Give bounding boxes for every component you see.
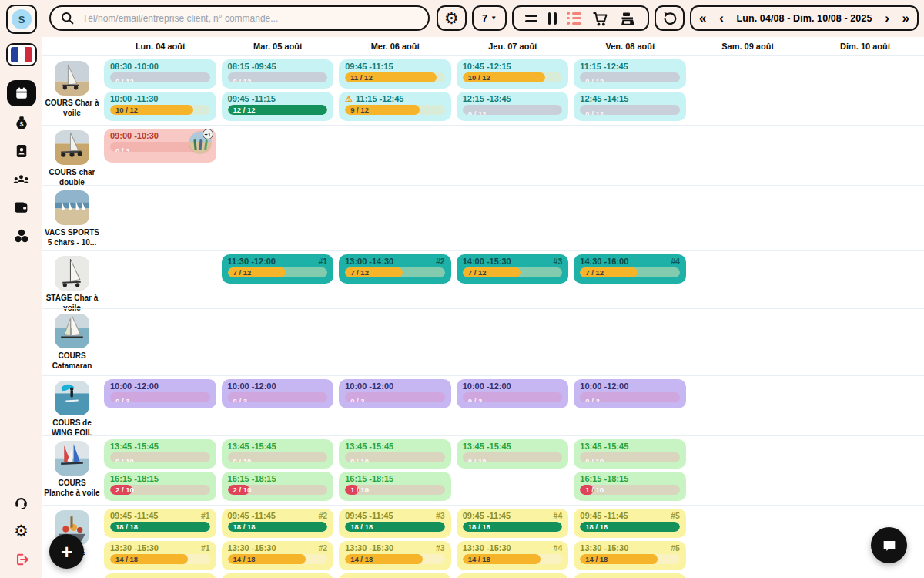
resource-cell[interactable]: COURS Char à voile (42, 61, 102, 118)
sidebar-item-settings[interactable]: ⚙ (0, 523, 42, 539)
capacity-bar: 0 / 10 (110, 452, 210, 462)
slot-card[interactable]: 13:45 -15:450 / 10 (574, 439, 686, 469)
slot-card[interactable] (339, 573, 451, 578)
slot-index-tag: #1 (201, 511, 210, 520)
search-input[interactable] (81, 12, 419, 25)
sidebar-item-groups[interactable] (0, 171, 42, 189)
slot-card[interactable]: 09:45 -11:45#518 / 18 (574, 509, 686, 538)
slot-card[interactable]: 12:15 -13:450 / 12 (457, 92, 569, 121)
next-week-icon[interactable]: » (902, 12, 909, 25)
slot-card[interactable]: 10:00 -12:000 / 3 (222, 379, 334, 408)
cart-icon[interactable] (591, 10, 608, 27)
capacity-fill: 10 / 12 (463, 72, 546, 82)
slot-card[interactable]: 13:45 -15:450 / 10 (104, 439, 216, 469)
slot-count: 14 / 18 (345, 555, 373, 563)
slot-card[interactable]: 13:30 -15:30#514 / 18 (574, 541, 686, 570)
next-day-icon[interactable]: › (885, 12, 889, 25)
sidebar-item-calendar[interactable] (0, 80, 42, 106)
slot-card[interactable]: 09:45 -11:45#118 / 18 (104, 509, 216, 538)
slot-card[interactable]: 10:00 -12:000 / 3 (339, 379, 451, 408)
slot-card[interactable]: 10:00 -12:000 / 3 (104, 379, 216, 408)
extra-resource-badge[interactable]: +1 (189, 132, 211, 153)
resource-row-cours-char: COURS Char à voile08:30 -10:000 / 1210:0… (42, 55, 924, 125)
slot-count: 9 / 12 (345, 106, 369, 114)
slot-count: 10 / 12 (463, 73, 490, 82)
slot-card[interactable]: 14:30 -16:00#47 / 12 (574, 254, 686, 284)
slot-card[interactable]: 09:45 -11:45#218 / 18 (222, 509, 334, 538)
slot-card[interactable]: 14:00 -15:30#37 / 12 (457, 254, 569, 284)
resource-cell[interactable]: COURS Catamaran (42, 314, 102, 371)
prev-week-icon[interactable]: « (699, 12, 706, 25)
slot-card[interactable]: 13:00 -14:30#27 / 12 (339, 254, 451, 284)
slot-card[interactable]: 12:45 -14:150 / 12 (574, 92, 686, 121)
capacity-bar: 0 / 12 (580, 105, 680, 115)
capacity-bar: 14 / 18 (580, 554, 680, 564)
columns-view-icon[interactable] (548, 12, 557, 25)
slot-card[interactable]: 13:45 -15:450 / 10 (222, 439, 334, 469)
slot-time: 10:00 -12:00 (580, 381, 628, 391)
slot-index-tag: #3 (436, 511, 445, 520)
capacity-bar: 12 / 12 (228, 105, 328, 115)
slot-card[interactable]: 13:45 -15:450 / 10 (457, 439, 569, 469)
sidebar-item-language[interactable] (0, 43, 42, 66)
sidebar-item-wallet[interactable] (0, 200, 42, 216)
add-booking-fab[interactable]: + (49, 534, 84, 569)
capacity-bar: 2 / 10 (228, 485, 328, 495)
sidebar: $ ⚙ (0, 0, 42, 578)
slot-card[interactable]: 16:15 -18:151 / 10 (574, 472, 686, 501)
slot-card[interactable]: 16:15 -18:151 / 10 (339, 472, 451, 501)
slot-card[interactable]: 16:15 -18:152 / 10 (104, 472, 216, 501)
slot-card[interactable]: 09:45 -11:45#418 / 18 (457, 509, 569, 538)
list-view-icon-active[interactable] (567, 12, 581, 25)
capacity-bar: 11 / 12 (345, 72, 445, 82)
capacity-bar: 14 / 18 (345, 554, 445, 564)
slot-index-tag: #1 (201, 543, 210, 553)
slot-card[interactable]: 11:30 -12:00#17 / 12 (222, 254, 334, 284)
slot-card[interactable]: 10:45 -12:1510 / 12 (457, 59, 569, 89)
capacity-bar: 1 / 10 (345, 485, 445, 495)
planche-photo (55, 441, 89, 476)
chat-fab[interactable] (871, 527, 907, 563)
sidebar-item-support[interactable] (0, 494, 42, 510)
resource-cell[interactable]: COURS Planche à voile (42, 441, 102, 498)
slot-card[interactable]: 11:15 -12:450 / 12 (574, 59, 686, 89)
resource-cell[interactable]: COURS char double (42, 130, 102, 187)
sidebar-item-resources[interactable] (0, 227, 42, 244)
display-settings-button[interactable]: ⚙ (437, 5, 467, 31)
rows-view-icon[interactable] (525, 15, 537, 22)
gear-icon: ⚙ (444, 10, 459, 26)
slot-card[interactable]: 16:15 -18:152 / 10 (222, 472, 334, 501)
resource-cell[interactable]: STAGE Char à voile (42, 256, 102, 313)
sidebar-item-payments[interactable]: $ (0, 114, 42, 131)
slot-card[interactable]: 10:00 -12:000 / 3 (457, 379, 569, 408)
slot-card[interactable] (457, 573, 569, 578)
days-count-select[interactable]: 7▼ (472, 5, 507, 31)
slot-card[interactable]: 13:30 -15:30#314 / 18 (339, 541, 451, 570)
resource-cell[interactable]: COURS de WING FOIL (42, 381, 102, 438)
slot-card[interactable] (222, 573, 334, 578)
user-avatar-button[interactable]: S (6, 5, 37, 34)
resource-cell[interactable]: VACS SPORTS 5 chars - 10... (42, 190, 102, 247)
slot-card[interactable] (574, 573, 686, 578)
slot-count: 0 / 12 (463, 109, 487, 115)
slot-card[interactable]: 09:45 -11:1512 / 12 (222, 92, 334, 121)
cash-register-icon[interactable] (619, 10, 636, 27)
slot-card[interactable]: 10:00 -12:000 / 3 (574, 379, 686, 408)
reset-button[interactable] (654, 5, 685, 31)
slot-card[interactable]: 10:00 -11:3010 / 12 (104, 92, 216, 121)
slot-card[interactable]: 09:45 -11:45#318 / 18 (339, 509, 451, 538)
people-group-icon (12, 171, 30, 189)
slot-card[interactable]: 13:45 -15:450 / 10 (339, 439, 451, 469)
slot-card[interactable] (104, 573, 216, 578)
sidebar-item-logout[interactable] (0, 552, 42, 567)
slot-card[interactable]: ⚠11:15 -12:459 / 12 (339, 92, 451, 121)
slot-card[interactable]: 13:30 -15:30#414 / 18 (457, 541, 569, 570)
slot-card[interactable]: 09:45 -11:1511 / 12 (339, 59, 451, 89)
slot-card[interactable]: 08:15 -09:450 / 12 (222, 59, 334, 89)
slot-card[interactable]: 09:00 -10:300 / 3+1 (104, 129, 216, 163)
prev-day-icon[interactable]: ‹ (719, 12, 724, 25)
slot-card[interactable]: 13:30 -15:30#114 / 18 (104, 541, 216, 570)
sidebar-item-clients[interactable] (0, 143, 42, 159)
slot-card[interactable]: 13:30 -15:30#214 / 18 (222, 541, 334, 570)
slot-card[interactable]: 08:30 -10:000 / 12 (104, 59, 216, 89)
